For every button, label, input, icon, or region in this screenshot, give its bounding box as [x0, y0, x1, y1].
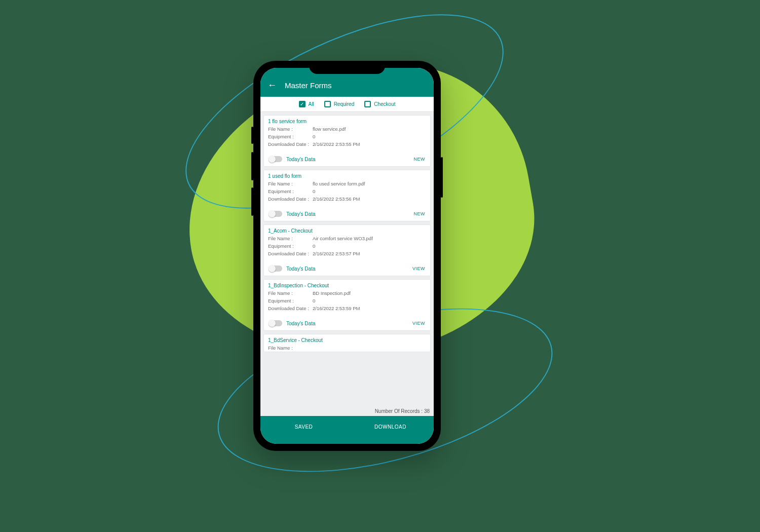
field-value: 2/16/2022 2:53:59 PM — [313, 306, 360, 311]
field-value: 2/16/2022 2:53:56 PM — [313, 196, 360, 202]
field-label: File Name : — [268, 290, 313, 296]
form-equipment-row: Equipment : 0 — [264, 297, 430, 305]
field-value: 2/16/2022 2:53:57 PM — [313, 251, 360, 256]
form-downloaded-row: Downloaded Date : 2/16/2022 2:53:56 PM — [264, 195, 430, 203]
toggle-label: Today's Data — [286, 211, 316, 217]
form-footer: Today's Data NEW — [264, 206, 430, 221]
toggle-label: Today's Data — [286, 266, 316, 272]
form-filename-row: File Name : flow service.pdf — [264, 125, 430, 133]
form-filename-row: File Name : flo used service form.pdf — [264, 180, 430, 187]
checkbox-icon[interactable] — [364, 101, 371, 107]
field-label: File Name : — [268, 126, 313, 132]
toggle-label: Today's Data — [286, 157, 316, 162]
field-value: 2/16/2022 2:53:55 PM — [313, 141, 360, 147]
field-label: File Name : — [268, 345, 313, 351]
form-card[interactable]: 1_BdService - Checkout File Name : Equip… — [263, 334, 431, 352]
form-footer: Today's Data NEW — [264, 151, 430, 166]
field-value: 0 — [313, 134, 315, 139]
form-action-link[interactable]: NEW — [414, 157, 426, 162]
form-card[interactable]: 1 used flo form File Name : flo used ser… — [263, 170, 431, 221]
field-value: flo used service form.pdf — [313, 181, 365, 186]
back-arrow-icon[interactable]: ← — [268, 80, 277, 91]
form-filename-row: File Name : — [264, 344, 430, 352]
filter-label: Required — [334, 101, 355, 107]
download-button[interactable]: DOWNLOAD — [347, 416, 434, 444]
filter-all[interactable]: ✓ All — [299, 101, 314, 107]
field-label: Equipment : — [268, 134, 313, 139]
filter-label: Checkout — [374, 101, 395, 107]
field-label: Downloaded Date : — [268, 196, 313, 202]
field-value: 0 — [313, 188, 315, 194]
field-label: Downloaded Date : — [268, 141, 313, 147]
todays-data-toggle-wrap: Today's Data — [269, 156, 316, 162]
field-value: BD Inspection.pdf — [313, 290, 351, 296]
record-count: Number Of Records : 38 — [260, 406, 434, 416]
form-card[interactable]: 1_BdInspection - Checkout File Name : BD… — [263, 279, 431, 331]
form-filename-row: File Name : Air comfort service WO3.pdf — [264, 235, 430, 242]
field-label: Equipment : — [268, 298, 313, 303]
form-title: 1_BdService - Checkout — [264, 334, 430, 344]
field-value: 0 — [313, 243, 315, 249]
form-equipment-row: Equipment : 0 — [264, 242, 430, 250]
phone-side-button — [441, 157, 443, 198]
phone-frame: ← Master Forms ✓ All Required Checkout 1… — [253, 61, 441, 451]
bottom-action-bar: SAVED DOWNLOAD — [260, 416, 434, 444]
field-label: Equipment : — [268, 188, 313, 194]
form-title: 1 flo service form — [264, 116, 430, 125]
todays-data-toggle-wrap: Today's Data — [269, 320, 316, 326]
todays-data-toggle-wrap: Today's Data — [269, 211, 316, 217]
forms-list[interactable]: 1 flo service form File Name : flow serv… — [260, 112, 434, 406]
form-footer: Today's Data VIEW — [264, 260, 430, 276]
filter-bar: ✓ All Required Checkout — [260, 97, 434, 112]
toggle-switch[interactable] — [269, 211, 282, 217]
form-downloaded-row: Downloaded Date : 2/16/2022 2:53:59 PM — [264, 305, 430, 312]
form-title: 1_BdInspection - Checkout — [264, 280, 430, 289]
form-equipment-row: Equipment : 0 — [264, 187, 430, 195]
form-action-link[interactable]: VIEW — [412, 266, 425, 271]
field-value: 0 — [313, 298, 315, 303]
phone-side-button — [251, 127, 253, 144]
form-card[interactable]: 1 flo service form File Name : flow serv… — [263, 115, 431, 167]
field-label: File Name : — [268, 236, 313, 241]
todays-data-toggle-wrap: Today's Data — [269, 265, 316, 272]
form-filename-row: File Name : BD Inspection.pdf — [264, 289, 430, 297]
checkbox-checked-icon[interactable]: ✓ — [299, 101, 306, 107]
toggle-switch[interactable] — [269, 265, 282, 272]
phone-notch — [309, 61, 385, 74]
filter-required[interactable]: Required — [324, 101, 355, 107]
app-screen: ← Master Forms ✓ All Required Checkout 1… — [260, 68, 434, 444]
filter-checkout[interactable]: Checkout — [364, 101, 395, 107]
saved-button[interactable]: SAVED — [260, 416, 347, 444]
field-label: Equipment : — [268, 243, 313, 249]
filter-label: All — [309, 101, 314, 107]
form-action-link[interactable]: NEW — [414, 211, 426, 216]
field-value: flow service.pdf — [313, 126, 346, 132]
field-label: Downloaded Date : — [268, 251, 313, 256]
form-card[interactable]: 1_Acom - Checkout File Name : Air comfor… — [263, 224, 431, 276]
field-value: Air comfort service WO3.pdf — [313, 236, 373, 241]
form-footer: Today's Data VIEW — [264, 315, 430, 330]
toggle-switch[interactable] — [269, 320, 282, 326]
page-title: Master Forms — [285, 81, 332, 90]
form-action-link[interactable]: VIEW — [412, 321, 425, 326]
phone-side-button — [251, 187, 253, 216]
toggle-label: Today's Data — [286, 321, 316, 326]
form-downloaded-row: Downloaded Date : 2/16/2022 2:53:57 PM — [264, 250, 430, 257]
phone-side-button — [251, 152, 253, 180]
checkbox-icon[interactable] — [324, 101, 331, 107]
form-title: 1_Acom - Checkout — [264, 225, 430, 235]
toggle-switch[interactable] — [269, 156, 282, 162]
form-title: 1 used flo form — [264, 170, 430, 180]
field-label: File Name : — [268, 181, 313, 186]
form-downloaded-row: Downloaded Date : 2/16/2022 2:53:55 PM — [264, 140, 430, 148]
form-equipment-row: Equipment : 0 — [264, 133, 430, 140]
field-label: Downloaded Date : — [268, 306, 313, 311]
